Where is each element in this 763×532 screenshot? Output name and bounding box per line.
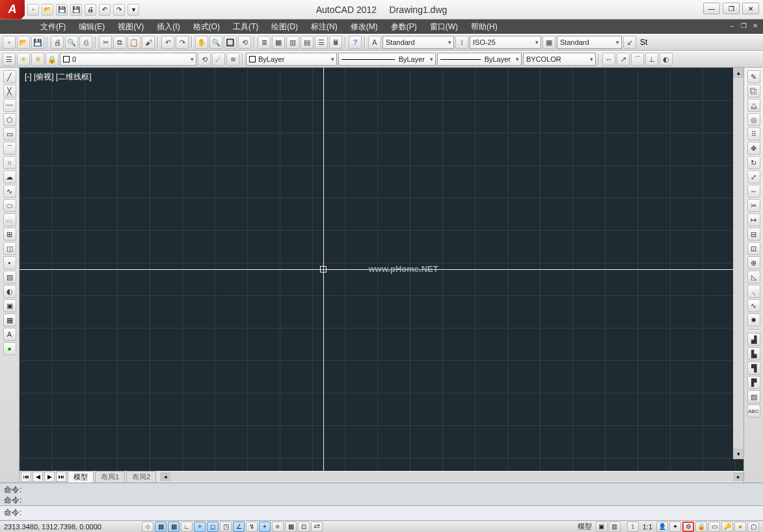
annotation-scale-icon[interactable]: ⟟: [627, 522, 639, 532]
markup-icon[interactable]: ☰: [315, 36, 328, 49]
toolpalettes-icon[interactable]: ▥: [286, 36, 299, 49]
drawing-canvas[interactable]: [-] [俯视] [二维线框] www.pHome.NET ▴ ▾: [20, 68, 743, 471]
plot-preview-icon[interactable]: 🔍: [65, 36, 78, 49]
quickcalc-icon[interactable]: 🖩: [329, 36, 342, 49]
break-at-point-icon[interactable]: ⊟: [747, 228, 760, 241]
restore-button[interactable]: ❐: [723, 3, 740, 14]
minimize-button[interactable]: —: [703, 3, 720, 14]
help-icon[interactable]: ?: [349, 36, 362, 49]
zoom-window-icon[interactable]: 🔲: [224, 36, 237, 49]
mleaderstyle-icon[interactable]: ↙: [623, 36, 636, 49]
qat-open-icon[interactable]: 📂: [42, 4, 53, 16]
toggle-otrack-icon[interactable]: ∠: [233, 522, 245, 532]
dimstyle-combo[interactable]: ISO-25: [470, 36, 541, 49]
isolate-objects-icon[interactable]: 🔑: [721, 522, 733, 532]
rectangle-icon[interactable]: ▭: [3, 127, 16, 140]
redo-icon[interactable]: ↷: [176, 36, 189, 49]
layer-states-icon[interactable]: ☀: [17, 53, 30, 66]
erase-icon[interactable]: ✎: [747, 70, 760, 83]
tablestyle-combo[interactable]: Standard: [557, 36, 622, 49]
doc-restore-button[interactable]: ❐: [738, 22, 749, 31]
matchprop-icon[interactable]: 🖌: [142, 36, 155, 49]
line-icon[interactable]: ╱: [3, 70, 16, 83]
arc-icon[interactable]: ⌒: [3, 142, 16, 155]
ellipse-icon[interactable]: ⬭: [3, 199, 16, 212]
properties-icon[interactable]: ≣: [258, 36, 271, 49]
qat-undo-icon[interactable]: ↶: [99, 4, 111, 16]
tablestyle-icon[interactable]: ▦: [542, 36, 556, 49]
tab-next-icon[interactable]: ▶: [44, 472, 55, 482]
add-selected-icon[interactable]: ●: [3, 342, 16, 355]
horizontal-scrollbar[interactable]: ◂ ▸: [160, 472, 743, 481]
zoom-realtime-icon[interactable]: 🔍: [209, 36, 222, 49]
toggle-ortho-icon[interactable]: ∟: [181, 522, 193, 532]
doc-minimize-button[interactable]: –: [727, 22, 737, 31]
menu-parametric[interactable]: 参数(P): [384, 21, 423, 33]
viewport-label[interactable]: [-] [俯视] [二维线框]: [25, 72, 92, 83]
dim-linear-icon[interactable]: ↔: [602, 53, 615, 66]
blend-icon[interactable]: ∿: [747, 299, 760, 312]
dim-radius-icon[interactable]: ◐: [660, 53, 673, 66]
toggle-infer-icon[interactable]: ⊹: [142, 522, 154, 532]
toggle-dyn-icon[interactable]: +: [259, 522, 271, 532]
scale-icon[interactable]: ⤢: [747, 170, 760, 183]
toggle-3dosnap-icon[interactable]: ◳: [220, 522, 232, 532]
status-scale[interactable]: 1:1: [640, 523, 655, 531]
gradient-icon[interactable]: ◐: [3, 285, 16, 298]
layer-previous-icon[interactable]: ⟲: [198, 53, 211, 66]
toggle-snap-icon[interactable]: ▦: [155, 522, 167, 532]
plot-icon[interactable]: 🖨: [51, 36, 64, 49]
scroll-down-icon[interactable]: ▾: [733, 449, 743, 459]
chamfer-icon[interactable]: ◺: [747, 271, 760, 284]
paste-icon[interactable]: 📋: [127, 36, 141, 49]
layer-isolate-icon[interactable]: ≋: [226, 53, 239, 66]
text-to-front-icon[interactable]: ABC: [747, 405, 760, 418]
cut-icon[interactable]: ✂: [99, 36, 112, 49]
tab-first-icon[interactable]: ⏮: [21, 472, 31, 482]
layer-lock-icon[interactable]: 🔒: [46, 53, 59, 66]
annotation-visibility-icon[interactable]: 👤: [656, 522, 668, 532]
tab-prev-icon[interactable]: ◀: [33, 472, 43, 482]
join-icon[interactable]: ⊕: [747, 256, 760, 269]
trim-icon[interactable]: ✂: [747, 199, 760, 212]
mirror-icon[interactable]: ⧋: [747, 99, 760, 112]
polygon-icon[interactable]: ⬠: [3, 113, 16, 126]
doc-close-button[interactable]: ✕: [750, 22, 760, 31]
menu-format[interactable]: 格式(O): [187, 21, 226, 33]
layer-combo[interactable]: 0: [60, 53, 196, 66]
command-input[interactable]: [24, 509, 759, 518]
menu-file[interactable]: 文件(F): [34, 21, 72, 33]
menu-dimension[interactable]: 标注(N): [304, 21, 344, 33]
extend-icon[interactable]: ↦: [747, 213, 760, 226]
toggle-selection-cycling-icon[interactable]: ⮂: [311, 522, 323, 532]
status-model-label[interactable]: 模型: [575, 522, 595, 531]
designcenter-icon[interactable]: ▦: [272, 36, 285, 49]
menu-modify[interactable]: 修改(M): [344, 21, 384, 33]
menu-window[interactable]: 窗口(W): [423, 21, 464, 33]
draworder-back-icon[interactable]: ▙: [747, 347, 760, 360]
lightbulb-icon[interactable]: ●: [734, 522, 746, 532]
command-line[interactable]: 命令:: [0, 505, 763, 520]
menu-help[interactable]: 帮助(H): [464, 21, 504, 33]
hardware-accel-icon[interactable]: ▭: [708, 522, 720, 532]
sheetset-icon[interactable]: ▤: [301, 36, 314, 49]
scroll-right-icon[interactable]: ▸: [733, 472, 743, 481]
break-icon[interactable]: ⊡: [747, 242, 760, 255]
make-block-icon[interactable]: ◫: [3, 242, 16, 255]
mtext-icon[interactable]: A: [3, 328, 16, 341]
polyline-icon[interactable]: 〰: [3, 99, 16, 112]
layer-match-icon[interactable]: ☄: [212, 53, 225, 66]
textstyle-icon[interactable]: A: [368, 36, 381, 49]
toggle-transparency-icon[interactable]: ▦: [285, 522, 297, 532]
rotate-icon[interactable]: ↻: [747, 156, 760, 169]
quickview-layouts-icon[interactable]: ▥: [609, 522, 621, 532]
vertical-scrollbar[interactable]: ▴ ▾: [733, 68, 743, 459]
array-icon[interactable]: ⠿: [747, 127, 760, 140]
explode-icon[interactable]: ✹: [747, 313, 760, 326]
stretch-icon[interactable]: ↔: [747, 185, 760, 198]
table-icon[interactable]: ▦: [3, 313, 16, 326]
spline-icon[interactable]: ∿: [3, 185, 16, 198]
offset-icon[interactable]: ◎: [747, 113, 760, 126]
hatch-to-back-icon[interactable]: ▨: [747, 390, 760, 403]
construction-line-icon[interactable]: ╳: [3, 85, 16, 98]
